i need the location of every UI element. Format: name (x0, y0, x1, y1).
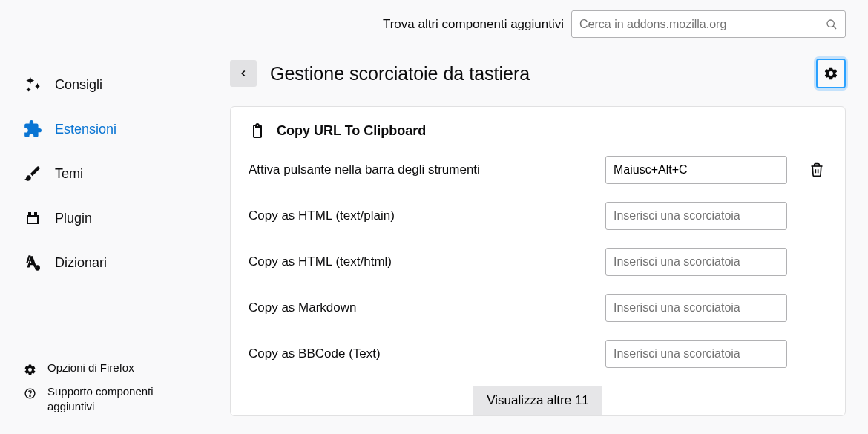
footer-label: Opzioni di Firefox (47, 361, 134, 375)
extension-header: Copy URL To Clipboard (249, 122, 827, 139)
shortcut-label: Attiva pulsante nella barra degli strume… (249, 162, 591, 177)
find-addons-label: Trova altri componenti aggiuntivi (383, 17, 564, 32)
sidebar-item-plugin[interactable]: Plugin (22, 200, 230, 236)
shortcut-input[interactable] (605, 340, 787, 368)
gear-icon (22, 362, 37, 377)
shortcut-label: Copy as Markdown (249, 300, 591, 315)
shortcut-row: Copy as Markdown (249, 294, 827, 322)
delete-shortcut-button[interactable] (806, 160, 827, 180)
page-title: Gestione scorciatoie da tastiera (270, 63, 803, 85)
footer-item-supporto[interactable]: Supporto componenti aggiuntivi (22, 384, 230, 413)
shortcut-input[interactable] (605, 202, 787, 230)
sidebar-item-estensioni[interactable]: Estensioni (22, 111, 230, 147)
shortcut-row: Attiva pulsante nella barra degli strume… (249, 156, 827, 184)
back-button[interactable] (230, 60, 257, 87)
shortcut-input[interactable] (605, 294, 787, 322)
header-row: Gestione scorciatoie da tastiera (230, 38, 868, 88)
main-content: Trova altri componenti aggiuntivi Gestio… (230, 0, 868, 434)
sidebar: Consigli Estensioni Temi Plugin (0, 0, 230, 434)
svg-point-3 (827, 20, 834, 27)
sidebar-label: Temi (55, 166, 83, 182)
footer-item-opzioni[interactable]: Opzioni di Firefox (22, 361, 230, 377)
sidebar-label: Plugin (55, 211, 92, 226)
extension-name: Copy URL To Clipboard (277, 123, 426, 139)
shortcut-label: Copy as BBCode (Text) (249, 346, 591, 361)
help-icon (22, 386, 37, 401)
search-icon (826, 19, 838, 30)
sidebar-label: Consigli (55, 77, 102, 93)
shortcut-label: Copy as HTML (text/html) (249, 254, 591, 269)
svg-point-2 (29, 395, 30, 396)
sidebar-label: Dizionari (55, 255, 107, 271)
sparkle-icon (22, 74, 43, 95)
svg-line-4 (833, 26, 836, 29)
clipboard-icon (249, 122, 266, 139)
puzzle-icon (22, 119, 43, 139)
shortcut-input[interactable] (605, 248, 787, 276)
search-input[interactable] (579, 18, 826, 31)
footer-label: Supporto componenti aggiuntivi (47, 384, 196, 413)
shortcut-input[interactable] (605, 156, 787, 184)
sidebar-label: Estensioni (55, 122, 116, 137)
brush-icon (22, 163, 43, 184)
sidebar-item-consigli[interactable]: Consigli (22, 67, 230, 102)
shortcut-row: Copy as HTML (text/html) (249, 248, 827, 276)
topbar: Trova altri componenti aggiuntivi (230, 0, 868, 38)
plugin-icon (22, 208, 43, 228)
shortcut-row: Copy as HTML (text/plain) (249, 202, 827, 230)
search-box[interactable] (571, 10, 846, 38)
shortcut-label: Copy as HTML (text/plain) (249, 208, 591, 223)
sidebar-item-dizionari[interactable]: Dizionari (22, 245, 230, 280)
sidebar-item-temi[interactable]: Temi (22, 156, 230, 191)
extension-card: Copy URL To Clipboard Attiva pulsante ne… (230, 106, 846, 416)
show-more-row: Visualizza altre 11 (249, 386, 827, 415)
shortcut-row: Copy as BBCode (Text) (249, 340, 827, 368)
dictionary-icon (22, 252, 43, 273)
show-more-button[interactable]: Visualizza altre 11 (473, 386, 602, 415)
settings-gear-button[interactable] (816, 59, 846, 88)
